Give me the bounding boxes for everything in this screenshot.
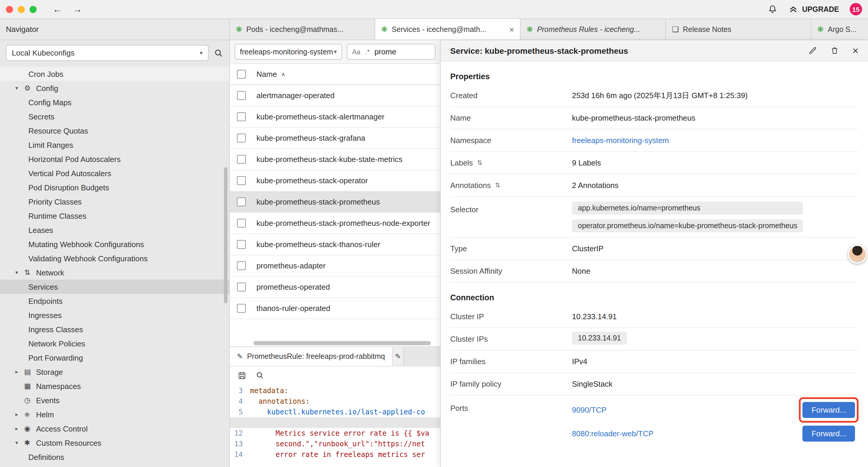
regex-toggle[interactable]: .* xyxy=(365,48,370,55)
port-link[interactable]: 9090/TCP xyxy=(572,405,607,414)
expand-collapse-icon[interactable]: ⇅ xyxy=(477,159,483,167)
minimize-window-button[interactable] xyxy=(18,6,25,13)
row-checkbox[interactable] xyxy=(237,261,246,270)
zoom-window-button[interactable] xyxy=(30,6,37,13)
forward-nav-button[interactable]: → xyxy=(73,4,82,14)
sidebar-item[interactable]: Limit Ranges xyxy=(0,138,229,152)
sidebar-item[interactable]: ▦ Namespaces xyxy=(0,379,229,393)
sidebar-item[interactable]: Secrets xyxy=(0,109,229,123)
kubeconfig-selector[interactable]: Local Kubeconfigs ▾ xyxy=(6,45,209,61)
sidebar-item[interactable]: Runtime Classes xyxy=(0,209,229,223)
forward-button[interactable]: Forward... xyxy=(803,425,855,441)
sidebar-item[interactable]: ▾ ⚙ Config xyxy=(0,81,229,95)
sidebar-scrollbar[interactable] xyxy=(224,167,227,303)
sort-ascending-icon[interactable]: ∧ xyxy=(281,71,285,78)
row-checkbox[interactable] xyxy=(237,219,246,228)
select-all-checkbox[interactable] xyxy=(237,70,246,79)
sidebar-item[interactable]: ▸ ⎈ Helm xyxy=(0,407,229,421)
save-icon[interactable] xyxy=(238,371,246,380)
sidebar-item[interactable]: Services xyxy=(0,280,229,294)
sidebar-item[interactable]: Ingress Classes xyxy=(0,322,229,337)
row-checkbox[interactable] xyxy=(237,240,246,249)
row-checkbox[interactable] xyxy=(237,112,246,121)
row-checkbox[interactable] xyxy=(237,176,246,185)
forward-button[interactable]: Forward... xyxy=(803,402,855,418)
expander-chevron-icon[interactable]: ▾ xyxy=(16,440,24,446)
sidebar-item[interactable]: ▸ ▤ Storage xyxy=(0,365,229,379)
row-checkbox[interactable] xyxy=(237,91,246,100)
horizontal-scrollbar[interactable] xyxy=(230,341,440,346)
sidebar-item[interactable]: Endpoints xyxy=(0,294,229,308)
sidebar-item[interactable]: Port Forwarding xyxy=(0,351,229,365)
row-checkbox[interactable] xyxy=(237,304,246,313)
sidebar-item[interactable]: Priority Classes xyxy=(0,195,229,209)
sidebar-item[interactable]: Validating Webhook Configurations xyxy=(0,251,229,265)
row-checkbox[interactable] xyxy=(237,134,246,143)
sidebar-item[interactable]: Horizontal Pod Autoscalers xyxy=(0,152,229,166)
sidebar-item[interactable]: Ingresses xyxy=(0,308,229,322)
expander-chevron-icon[interactable]: ▸ xyxy=(16,426,24,432)
sidebar-item[interactable]: Cron Jobs xyxy=(0,67,229,81)
editor-tab[interactable]: ❋ Prometheus Rules - icecheng... xyxy=(521,19,666,39)
expander-chevron-icon[interactable]: ▾ xyxy=(16,269,24,275)
sidebar-item[interactable]: ◷ Events xyxy=(0,393,229,407)
expander-chevron-icon[interactable]: ▸ xyxy=(16,411,24,417)
table-row[interactable]: kube-prometheus-stack-kube-state-metrics xyxy=(230,149,440,170)
match-case-toggle[interactable]: Aa xyxy=(352,48,361,55)
table-row[interactable]: kube-prometheus-stack-alertmanager xyxy=(230,107,440,128)
user-avatar[interactable] xyxy=(848,245,867,264)
search-input[interactable]: prome xyxy=(375,47,397,56)
sidebar-item[interactable]: Config Maps xyxy=(0,95,229,109)
expander-chevron-icon[interactable]: ▸ xyxy=(16,369,24,375)
dock-tab-next[interactable]: ✎ xyxy=(393,347,403,366)
back-button[interactable]: ← xyxy=(53,4,62,14)
tab-close-icon[interactable]: × xyxy=(505,25,514,34)
sidebar-item[interactable]: ▾ ⇅ Network xyxy=(0,265,229,280)
name-column-header[interactable]: Name xyxy=(256,70,277,79)
sidebar-item[interactable]: Resource Quotas xyxy=(0,123,229,138)
table-row[interactable]: kube-prometheus-stack-thanos-ruler xyxy=(230,234,440,255)
editor-tab[interactable]: ❋ Argo S... xyxy=(811,19,868,39)
sidebar-item[interactable]: ▸ ◉ Access Control xyxy=(0,421,229,436)
edit-icon[interactable] xyxy=(809,46,817,55)
table-row[interactable]: thanos-ruler-operated xyxy=(230,298,440,319)
close-window-button[interactable] xyxy=(6,6,13,13)
table-row[interactable]: kube-prometheus-stack-operator xyxy=(230,170,440,192)
port-link[interactable]: 8080:reloader-web/TCP xyxy=(572,429,653,438)
row-checkbox[interactable] xyxy=(237,198,246,206)
upgrade-button[interactable]: UPGRADE xyxy=(788,4,839,14)
editor-tab[interactable]: ❋ Pods - icecheng@mathmas... xyxy=(230,19,375,39)
table-search-box[interactable]: Aa .* prome xyxy=(347,44,435,60)
sidebar-search-icon[interactable] xyxy=(214,48,223,58)
expander-chevron-icon[interactable]: ▾ xyxy=(16,85,24,91)
close-icon[interactable]: × xyxy=(852,45,859,56)
table-row[interactable]: prometheus-operated xyxy=(230,276,440,298)
sidebar-item[interactable]: ▾ ✱ Custom Resources xyxy=(0,436,229,450)
sidebar-item[interactable]: Leases xyxy=(0,223,229,237)
table-row[interactable]: kube-prometheus-stack-prometheus-node-ex… xyxy=(230,213,440,234)
sidebar-item[interactable]: Definitions xyxy=(0,450,229,464)
expand-collapse-icon[interactable]: ⇅ xyxy=(495,181,500,189)
table-row[interactable]: prometheus-adapter xyxy=(230,255,440,276)
notifications-bell-icon[interactable] xyxy=(768,4,778,14)
editor-tab[interactable]: ❏ Release Notes xyxy=(666,19,811,39)
labels-count[interactable]: 9 Labels xyxy=(572,158,601,167)
scrollbar-thumb[interactable] xyxy=(253,341,431,345)
namespace-filter-select[interactable]: freeleaps-monitoring-system ▾ xyxy=(235,44,342,60)
sidebar-item[interactable]: Vertical Pod Autoscalers xyxy=(0,166,229,180)
table-row[interactable]: alertmanager-operated xyxy=(230,85,440,107)
editor-tab[interactable]: ❋ Services - icecheng@math... × xyxy=(375,19,521,39)
row-checkbox[interactable] xyxy=(237,283,246,291)
annotations-count[interactable]: 2 Annotations xyxy=(572,181,619,190)
sidebar-item[interactable]: Pod Disruption Budgets xyxy=(0,180,229,195)
namespace-link[interactable]: freeleaps-monitoring-system xyxy=(572,136,669,145)
delete-icon[interactable] xyxy=(831,46,839,55)
row-checkbox[interactable] xyxy=(237,155,246,164)
editor-search-icon[interactable] xyxy=(256,371,264,380)
yaml-editor[interactable]: 3 metadata: 4 annotations: 5 kubectl.kub… xyxy=(230,384,440,467)
sidebar-item[interactable]: Mutating Webhook Configurations xyxy=(0,237,229,251)
table-row[interactable]: kube-prometheus-stack-prometheus xyxy=(230,192,440,213)
notification-count-badge[interactable]: 15 xyxy=(850,3,862,16)
sidebar-item[interactable]: Network Policies xyxy=(0,337,229,351)
table-row[interactable]: kube-prometheus-stack-grafana xyxy=(230,128,440,149)
